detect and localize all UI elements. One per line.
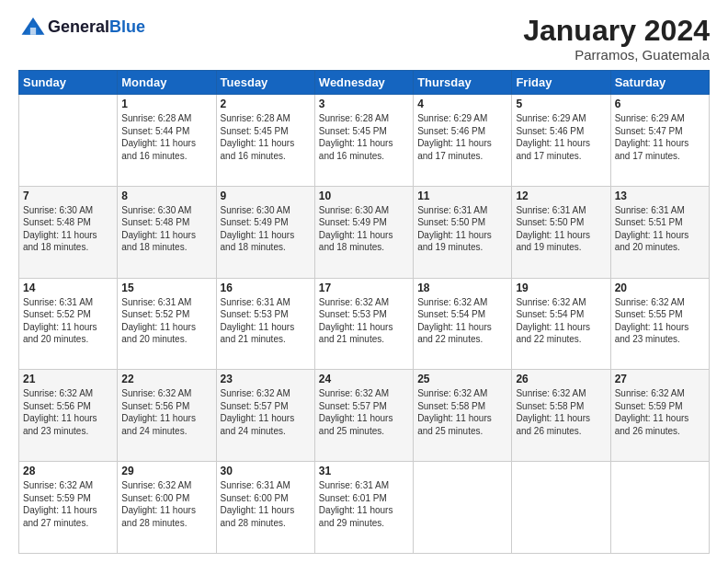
day-number: 6	[615, 98, 705, 110]
day-info: Sunrise: 6:30 AM Sunset: 5:49 PM Dayligh…	[221, 204, 311, 254]
header-row: Sunday Monday Tuesday Wednesday Thursday…	[19, 71, 710, 95]
day-number: 9	[221, 190, 311, 202]
day-cell: 19Sunrise: 6:32 AM Sunset: 5:54 PM Dayli…	[512, 278, 610, 370]
day-number: 2	[221, 98, 311, 110]
day-number: 28	[23, 465, 113, 477]
day-cell: 27Sunrise: 6:32 AM Sunset: 5:59 PM Dayli…	[610, 370, 709, 462]
day-info: Sunrise: 6:32 AM Sunset: 5:56 PM Dayligh…	[121, 387, 211, 437]
logo-text: GeneralBlue	[48, 18, 145, 37]
day-info: Sunrise: 6:31 AM Sunset: 5:53 PM Dayligh…	[221, 296, 311, 346]
day-cell	[512, 462, 610, 554]
day-cell	[19, 95, 118, 187]
col-wednesday: Wednesday	[314, 71, 413, 95]
day-info: Sunrise: 6:32 AM Sunset: 5:58 PM Dayligh…	[516, 387, 606, 437]
day-number: 18	[417, 282, 507, 294]
day-info: Sunrise: 6:29 AM Sunset: 5:47 PM Dayligh…	[615, 112, 705, 162]
day-cell: 4Sunrise: 6:29 AM Sunset: 5:46 PM Daylig…	[414, 95, 512, 187]
day-cell: 29Sunrise: 6:32 AM Sunset: 6:00 PM Dayli…	[118, 462, 216, 554]
day-number: 13	[615, 190, 705, 202]
day-cell: 22Sunrise: 6:32 AM Sunset: 5:56 PM Dayli…	[118, 370, 216, 462]
day-number: 3	[319, 98, 409, 110]
day-number: 27	[615, 373, 705, 385]
day-cell: 11Sunrise: 6:31 AM Sunset: 5:50 PM Dayli…	[414, 186, 512, 278]
day-cell: 17Sunrise: 6:32 AM Sunset: 5:53 PM Dayli…	[314, 278, 413, 370]
day-info: Sunrise: 6:32 AM Sunset: 5:54 PM Dayligh…	[516, 296, 606, 346]
day-info: Sunrise: 6:32 AM Sunset: 5:54 PM Dayligh…	[417, 296, 507, 346]
day-info: Sunrise: 6:32 AM Sunset: 5:57 PM Dayligh…	[221, 387, 311, 437]
day-cell	[414, 462, 512, 554]
day-cell: 14Sunrise: 6:31 AM Sunset: 5:52 PM Dayli…	[19, 278, 118, 370]
day-info: Sunrise: 6:31 AM Sunset: 6:01 PM Dayligh…	[319, 479, 409, 529]
day-info: Sunrise: 6:32 AM Sunset: 5:55 PM Dayligh…	[615, 296, 705, 346]
location-subtitle: Parramos, Guatemala	[523, 47, 710, 63]
day-cell: 23Sunrise: 6:32 AM Sunset: 5:57 PM Dayli…	[216, 370, 314, 462]
day-info: Sunrise: 6:31 AM Sunset: 6:00 PM Dayligh…	[221, 479, 311, 529]
top-section: GeneralBlue January 2024 Parramos, Guate…	[18, 15, 710, 63]
day-info: Sunrise: 6:32 AM Sunset: 6:00 PM Dayligh…	[121, 479, 211, 529]
logo-general: General	[48, 17, 109, 36]
day-info: Sunrise: 6:31 AM Sunset: 5:50 PM Dayligh…	[516, 204, 606, 254]
day-number: 12	[516, 190, 606, 202]
day-cell: 2Sunrise: 6:28 AM Sunset: 5:45 PM Daylig…	[216, 95, 314, 187]
day-number: 30	[221, 465, 311, 477]
day-number: 24	[319, 373, 409, 385]
day-cell: 20Sunrise: 6:32 AM Sunset: 5:55 PM Dayli…	[610, 278, 709, 370]
week-row-5: 28Sunrise: 6:32 AM Sunset: 5:59 PM Dayli…	[19, 462, 710, 554]
day-number: 11	[417, 190, 507, 202]
col-monday: Monday	[118, 71, 216, 95]
title-section: January 2024 Parramos, Guatemala	[523, 15, 710, 63]
day-number: 8	[121, 190, 211, 202]
day-number: 29	[121, 465, 211, 477]
day-info: Sunrise: 6:32 AM Sunset: 5:59 PM Dayligh…	[615, 387, 705, 437]
day-info: Sunrise: 6:31 AM Sunset: 5:52 PM Dayligh…	[121, 296, 211, 346]
day-cell	[610, 462, 709, 554]
day-number: 23	[221, 373, 311, 385]
day-number: 1	[121, 98, 211, 110]
day-cell: 28Sunrise: 6:32 AM Sunset: 5:59 PM Dayli…	[19, 462, 118, 554]
day-cell: 6Sunrise: 6:29 AM Sunset: 5:47 PM Daylig…	[610, 95, 709, 187]
day-number: 14	[23, 282, 113, 294]
day-cell: 30Sunrise: 6:31 AM Sunset: 6:00 PM Dayli…	[216, 462, 314, 554]
day-cell: 7Sunrise: 6:30 AM Sunset: 5:48 PM Daylig…	[19, 186, 118, 278]
day-number: 7	[23, 190, 113, 202]
day-cell: 1Sunrise: 6:28 AM Sunset: 5:44 PM Daylig…	[118, 95, 216, 187]
day-cell: 12Sunrise: 6:31 AM Sunset: 5:50 PM Dayli…	[512, 186, 610, 278]
day-number: 16	[221, 282, 311, 294]
day-info: Sunrise: 6:29 AM Sunset: 5:46 PM Dayligh…	[417, 112, 507, 162]
day-number: 19	[516, 282, 606, 294]
day-cell: 9Sunrise: 6:30 AM Sunset: 5:49 PM Daylig…	[216, 186, 314, 278]
day-cell: 31Sunrise: 6:31 AM Sunset: 6:01 PM Dayli…	[314, 462, 413, 554]
day-cell: 16Sunrise: 6:31 AM Sunset: 5:53 PM Dayli…	[216, 278, 314, 370]
day-number: 22	[121, 373, 211, 385]
day-cell: 18Sunrise: 6:32 AM Sunset: 5:54 PM Dayli…	[414, 278, 512, 370]
day-number: 20	[615, 282, 705, 294]
month-title: January 2024	[523, 15, 710, 47]
day-number: 26	[516, 373, 606, 385]
day-cell: 25Sunrise: 6:32 AM Sunset: 5:58 PM Dayli…	[414, 370, 512, 462]
day-info: Sunrise: 6:30 AM Sunset: 5:48 PM Dayligh…	[121, 204, 211, 254]
logo: GeneralBlue	[18, 15, 145, 40]
day-number: 15	[121, 282, 211, 294]
svg-rect-2	[30, 28, 36, 35]
day-info: Sunrise: 6:31 AM Sunset: 5:52 PM Dayligh…	[23, 296, 113, 346]
week-row-1: 1Sunrise: 6:28 AM Sunset: 5:44 PM Daylig…	[19, 95, 710, 187]
day-cell: 21Sunrise: 6:32 AM Sunset: 5:56 PM Dayli…	[19, 370, 118, 462]
day-info: Sunrise: 6:32 AM Sunset: 5:53 PM Dayligh…	[319, 296, 409, 346]
col-saturday: Saturday	[610, 71, 709, 95]
day-number: 21	[23, 373, 113, 385]
calendar-table: Sunday Monday Tuesday Wednesday Thursday…	[18, 70, 710, 554]
week-row-3: 14Sunrise: 6:31 AM Sunset: 5:52 PM Dayli…	[19, 278, 710, 370]
day-info: Sunrise: 6:28 AM Sunset: 5:44 PM Dayligh…	[121, 112, 211, 162]
col-tuesday: Tuesday	[216, 71, 314, 95]
day-number: 10	[319, 190, 409, 202]
day-info: Sunrise: 6:32 AM Sunset: 5:56 PM Dayligh…	[23, 387, 113, 437]
day-number: 4	[417, 98, 507, 110]
day-number: 31	[319, 465, 409, 477]
day-cell: 13Sunrise: 6:31 AM Sunset: 5:51 PM Dayli…	[610, 186, 709, 278]
day-info: Sunrise: 6:29 AM Sunset: 5:46 PM Dayligh…	[516, 112, 606, 162]
col-thursday: Thursday	[414, 71, 512, 95]
logo-blue: Blue	[109, 17, 145, 36]
day-cell: 26Sunrise: 6:32 AM Sunset: 5:58 PM Dayli…	[512, 370, 610, 462]
day-info: Sunrise: 6:30 AM Sunset: 5:49 PM Dayligh…	[319, 204, 409, 254]
day-info: Sunrise: 6:32 AM Sunset: 5:59 PM Dayligh…	[23, 479, 113, 529]
